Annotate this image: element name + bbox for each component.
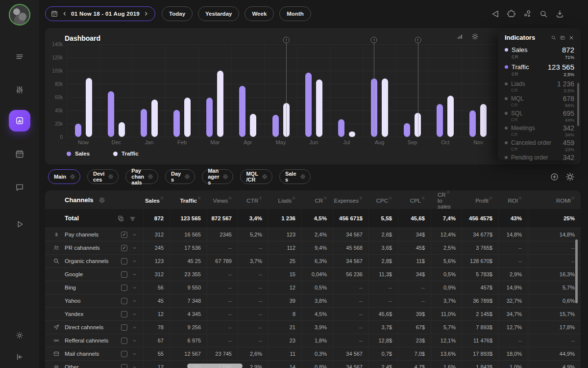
col-header-expenses[interactable]: Expenses [333, 196, 368, 204]
bar-sales-mar[interactable] [206, 44, 213, 137]
col-header-liads[interactable]: Liads [268, 196, 301, 204]
filter-chip-managers[interactable]: Man ager s [202, 169, 233, 184]
col-header-crto-sales[interactable]: CRto sales [431, 190, 462, 210]
row-expand-icon[interactable] [132, 272, 137, 277]
row-expand-icon[interactable] [132, 259, 137, 264]
row-checkbox[interactable] [121, 258, 127, 264]
annotation-marker[interactable]: ! [371, 37, 377, 43]
col-header-cpl[interactable]: CPL [398, 196, 431, 204]
sidebar-item-collapse[interactable] [15, 352, 24, 362]
bar-sales-feb[interactable] [173, 44, 180, 137]
row-checkbox[interactable] [121, 298, 127, 304]
bar-sales-apr[interactable] [239, 44, 245, 137]
row-expand-icon[interactable] [132, 325, 137, 330]
date-range-picker[interactable]: 01 Now 18 - 01 Aug 2019 [45, 6, 155, 21]
bar-traffic-oct[interactable] [447, 44, 454, 137]
download-button[interactable] [554, 8, 565, 19]
filter-icon[interactable] [129, 215, 136, 222]
bar-traffic-apr[interactable] [250, 44, 256, 137]
bar-traffic-may[interactable]: ! [283, 44, 290, 137]
indicator-meetings[interactable]: Meetings342CR34% [505, 124, 574, 137]
row-expand-icon[interactable] [132, 338, 137, 343]
sidebar-item-calendar[interactable] [15, 149, 24, 159]
send-button[interactable] [490, 8, 500, 19]
bar-sales-jan[interactable] [141, 44, 147, 137]
indicators-search-icon[interactable] [551, 35, 557, 41]
bar-traffic-now[interactable] [86, 44, 92, 137]
row-checkbox[interactable]: ✓ [121, 232, 127, 238]
row-expand-icon[interactable] [132, 312, 137, 317]
search-button[interactable] [538, 8, 549, 19]
sidebar-item-brightness[interactable] [15, 331, 24, 340]
bar-sales-dec[interactable] [108, 44, 114, 137]
col-header-roi[interactable]: ROI [498, 196, 528, 204]
bar-traffic-dec[interactable] [119, 44, 125, 137]
indicator-sales[interactable]: Sales872CR71% [505, 46, 574, 60]
sidebar-item-sliders[interactable] [15, 85, 24, 95]
bar-traffic-mar[interactable] [217, 44, 223, 137]
row-checkbox[interactable] [121, 364, 127, 368]
indicator-pending-order[interactable]: Pending order342 [505, 154, 574, 161]
chart-type-icon[interactable] [456, 33, 464, 40]
bar-traffic-feb[interactable] [184, 44, 191, 137]
indicator-traffic[interactable]: Traffic123 565CR2,5% [505, 63, 574, 77]
row-expand-icon[interactable] [132, 351, 137, 357]
row-expand-icon[interactable] [132, 285, 137, 290]
bar-traffic-jan[interactable] [151, 44, 158, 137]
col-header-cr[interactable]: CR [301, 196, 333, 204]
col-header-romi[interactable]: ROMI [528, 196, 581, 204]
row-checkbox[interactable] [121, 285, 127, 291]
date-next-icon[interactable] [143, 11, 149, 17]
range-button-today[interactable]: Today [162, 6, 193, 21]
sidebar-item-chat[interactable] [15, 183, 24, 192]
row-expand-icon[interactable] [132, 245, 137, 251]
table-settings-icon[interactable] [98, 197, 105, 204]
bar-traffic-sep[interactable]: ! [415, 44, 421, 137]
annotation-marker[interactable]: ! [415, 37, 421, 43]
indicator-mql[interactable]: MQL678CR56% [505, 95, 574, 108]
sidebar-item-play[interactable] [15, 219, 24, 229]
settings-button[interactable] [570, 8, 581, 19]
bar-sales-now[interactable] [75, 44, 81, 137]
date-prev-icon[interactable] [62, 11, 68, 17]
filter-chip-devices[interactable]: Devi ces [87, 169, 119, 184]
compare-icon[interactable] [117, 215, 124, 222]
bar-sales-sep[interactable] [404, 44, 410, 137]
bar-sales-may[interactable] [272, 44, 279, 137]
indicator-canceled-order[interactable]: Canceled order459CR23% [505, 139, 574, 152]
row-expand-icon[interactable] [132, 232, 137, 237]
indicators-grid-icon[interactable] [560, 35, 565, 41]
row-expand-icon[interactable] [132, 298, 137, 304]
range-button-week[interactable]: Week [245, 6, 274, 21]
table-vertical-scrollbar[interactable] [575, 239, 578, 303]
add-filter-icon[interactable] [550, 172, 559, 182]
col-header-sales[interactable]: Sales [143, 196, 170, 204]
sidebar-item-menu[interactable] [15, 52, 24, 61]
share-button[interactable] [522, 8, 533, 19]
sidebar-item-dashboard[interactable] [9, 110, 30, 131]
col-header-views[interactable]: Views [207, 196, 238, 204]
col-header-ctr[interactable]: CTR [238, 196, 268, 204]
bar-traffic-jun[interactable] [316, 44, 322, 137]
legend-item-traffic[interactable]: Traffic [113, 151, 139, 157]
legend-item-sales[interactable]: Sales [67, 151, 90, 157]
filter-chip-paychanaals[interactable]: Pay chan aals [125, 169, 158, 184]
bar-traffic-jul[interactable] [349, 44, 355, 137]
filter-chip-mqlcr[interactable]: MQL /CR [240, 169, 272, 184]
range-button-yestarday[interactable]: Yestarday [198, 6, 239, 21]
bar-traffic-aug[interactable] [382, 44, 388, 137]
bar-sales-oct[interactable] [437, 44, 443, 137]
row-expand-icon[interactable] [132, 365, 137, 368]
indicator-sql[interactable]: SQL695CR44% [505, 109, 574, 123]
row-checkbox[interactable] [121, 271, 127, 278]
indicators-close-icon[interactable] [568, 35, 574, 41]
filter-chip-sales[interactable]: Sale s [279, 169, 311, 184]
row-checkbox[interactable] [121, 311, 127, 317]
bar-traffic-nov[interactable] [480, 44, 487, 137]
bar-sales-nov[interactable] [469, 44, 476, 137]
puzzle-button[interactable] [506, 8, 516, 19]
avatar[interactable] [9, 4, 30, 26]
indicators-scrollbar[interactable] [577, 83, 579, 126]
filter-chip-days[interactable]: Day s [165, 169, 195, 184]
bar-sales-jun[interactable] [305, 44, 312, 137]
